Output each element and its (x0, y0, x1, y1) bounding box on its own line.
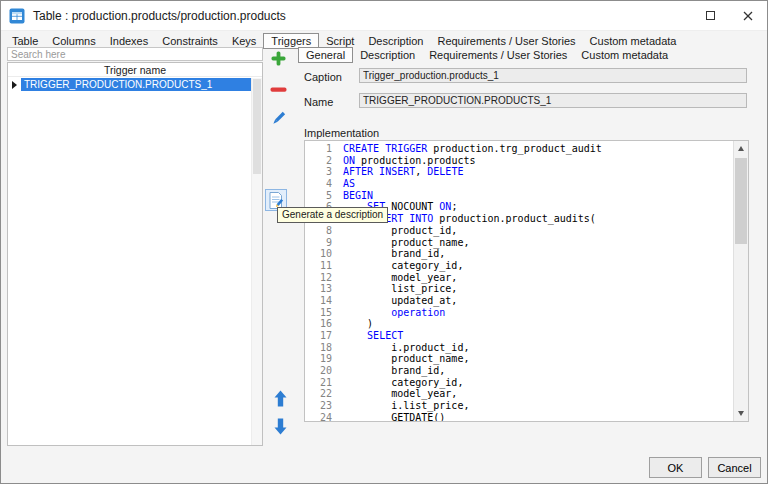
scroll-up-icon (738, 146, 744, 151)
detail-tab-bar: GeneralDescriptionRequirements / User St… (298, 46, 675, 63)
pencil-icon (270, 110, 287, 127)
code-line: 13 list_price, (305, 283, 733, 295)
line-number: 20 (305, 365, 343, 377)
line-number: 16 (305, 318, 343, 330)
arrow-down-icon (274, 418, 287, 435)
main-tab-keys[interactable]: Keys (225, 34, 263, 48)
line-number: 12 (305, 272, 343, 284)
scroll-down-button[interactable] (734, 406, 748, 421)
line-number: 5 (305, 190, 343, 202)
plus-icon (270, 50, 287, 67)
implementation-label: Implementation (304, 127, 379, 139)
code-line: 10 brand_id, (305, 248, 733, 260)
code-line: 15 operation (305, 307, 733, 319)
document-pencil-icon (268, 192, 284, 209)
code-line: 4AS (305, 178, 733, 190)
edit-trigger-button[interactable] (267, 107, 289, 129)
arrow-up-icon (274, 390, 287, 407)
main-tab-constraints[interactable]: Constraints (155, 34, 225, 48)
line-number: 9 (305, 237, 343, 249)
code-line: 14 updated_at, (305, 295, 733, 307)
line-number: 14 (305, 295, 343, 307)
line-number: 19 (305, 353, 343, 365)
scrollbar-thumb[interactable] (735, 158, 747, 244)
trigger-list[interactable]: Trigger name TRIGGER_PRODUCTION.PRODUCTS… (7, 62, 263, 446)
detail-tab-custom-metadata[interactable]: Custom metadata (574, 48, 675, 62)
name-label: Name (304, 96, 333, 108)
code-line: 2ON production.products (305, 155, 733, 167)
maximize-icon (706, 11, 715, 20)
main-tab-indexes[interactable]: Indexes (103, 34, 156, 48)
line-number: 24 (305, 412, 343, 422)
code-line: 24 GETDATE() (305, 412, 733, 422)
trigger-list-header: Trigger name (8, 63, 262, 77)
code-line: 1CREATE TRIGGER production.trg_product_a… (305, 143, 733, 155)
code-line: 20 brand_id, (305, 365, 733, 377)
editor-scrollbar[interactable] (733, 141, 748, 421)
selected-row-marker-icon (8, 81, 21, 89)
caption-label: Caption (304, 71, 342, 83)
ok-button[interactable]: OK (649, 457, 702, 478)
tooltip: Generate a description (277, 207, 388, 223)
line-number: 22 (305, 388, 343, 400)
cancel-button[interactable]: Cancel (708, 457, 761, 478)
move-down-button[interactable] (269, 415, 291, 437)
detail-tab-requirements-user-stories[interactable]: Requirements / User Stories (422, 48, 574, 62)
line-number: 8 (305, 225, 343, 237)
code-line: 17 SELECT (305, 330, 733, 342)
close-icon (743, 11, 753, 21)
line-number: 4 (305, 178, 343, 190)
detail-tab-general[interactable]: General (298, 47, 353, 63)
trigger-name: TRIGGER_PRODUCTION.PRODUCTS_1 (21, 78, 251, 91)
line-number: 15 (305, 307, 343, 319)
line-number: 10 (305, 248, 343, 260)
scroll-down-icon (738, 411, 744, 416)
add-trigger-button[interactable] (267, 47, 289, 69)
line-number: 3 (305, 166, 343, 178)
code-line: 12 model_year, (305, 272, 733, 284)
code-line: 23 i.list_price, (305, 400, 733, 412)
main-tab-columns[interactable]: Columns (45, 34, 102, 48)
remove-trigger-button[interactable] (267, 79, 289, 101)
caption-field[interactable] (359, 68, 747, 83)
maximize-button[interactable] (691, 1, 729, 30)
close-button[interactable] (729, 1, 767, 30)
move-up-button[interactable] (269, 387, 291, 409)
code-line: 8 product_id, (305, 225, 733, 237)
code-line: 22 model_year, (305, 388, 733, 400)
code-line: 9 product_name, (305, 237, 733, 249)
main-tab-table[interactable]: Table (5, 34, 45, 48)
implementation-code-editor[interactable]: 1CREATE TRIGGER production.trg_product_a… (304, 140, 749, 422)
code-line: 5BEGIN (305, 190, 733, 202)
search-input[interactable] (7, 47, 263, 61)
line-number: 17 (305, 330, 343, 342)
code-line: 16 ) (305, 318, 733, 330)
code-line: 18 i.product_id, (305, 342, 733, 354)
table-editor-dialog: Table : production.products/production.p… (0, 0, 768, 484)
code-line: 3AFTER INSERT, DELETE (305, 166, 733, 178)
code-line: 21 category_id, (305, 377, 733, 389)
window-controls (691, 1, 767, 30)
trigger-list-item[interactable]: TRIGGER_PRODUCTION.PRODUCTS_1 (8, 78, 251, 91)
titlebar: Table : production.products/production.p… (1, 1, 767, 31)
scrollbar-thumb[interactable] (253, 79, 261, 174)
minus-icon (270, 86, 287, 94)
code-line: 11 category_id, (305, 260, 733, 272)
line-number: 21 (305, 377, 343, 389)
line-number: 2 (305, 155, 343, 167)
scroll-up-button[interactable] (734, 141, 748, 156)
trigger-list-body: TRIGGER_PRODUCTION.PRODUCTS_1 (8, 78, 251, 445)
line-number: 1 (305, 143, 343, 155)
name-field[interactable] (359, 93, 747, 108)
line-number: 13 (305, 283, 343, 295)
code-area: 1CREATE TRIGGER production.trg_product_a… (305, 143, 733, 421)
code-line: 19 product_name, (305, 353, 733, 365)
app-icon (9, 8, 25, 24)
detail-tab-description[interactable]: Description (353, 48, 422, 62)
line-number: 11 (305, 260, 343, 272)
trigger-list-scrollbar[interactable] (251, 78, 262, 445)
window-title: Table : production.products/production.p… (33, 9, 286, 23)
line-number: 23 (305, 400, 343, 412)
line-number: 18 (305, 342, 343, 354)
